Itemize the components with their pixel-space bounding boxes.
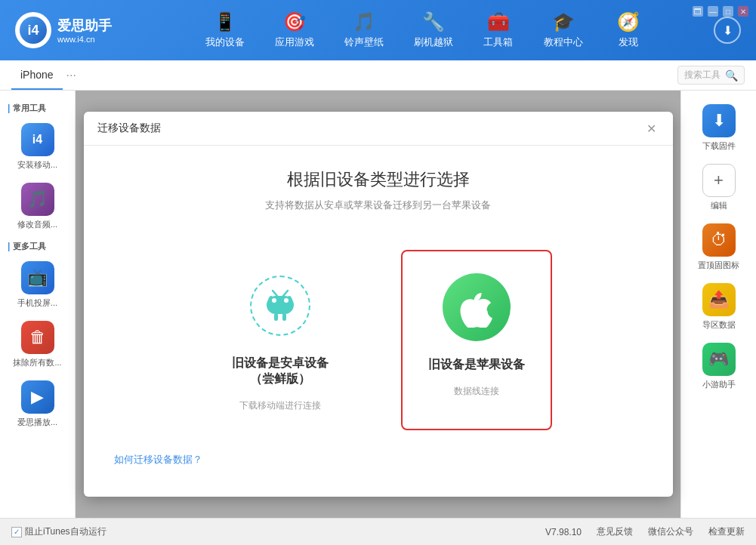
logo-text: 爱思助手 www.i4.cn	[57, 17, 112, 44]
apple-option-desc: 数据线连接	[454, 385, 499, 398]
svg-point-3	[272, 298, 276, 303]
itunes-checkbox[interactable]: ✓	[11, 527, 22, 537]
sidebar-item-mini-game[interactable]: 🎮 小游助手	[681, 337, 756, 396]
nav-my-device[interactable]: 📱 我的设备	[190, 5, 260, 55]
modal-heading: 根据旧设备类型进行选择	[287, 168, 470, 191]
install-app-icon: i4	[21, 123, 54, 156]
android-icon-wrap	[242, 268, 318, 343]
center-content: 迁移设备数据 ✕ 根据旧设备类型进行选择 支持将数据从安卓或苹果设备迁移到另一台…	[76, 91, 680, 518]
svg-rect-5	[274, 313, 278, 321]
sidebar-item-screen-mirror[interactable]: 📺 手机投屏...	[0, 255, 75, 315]
toolbox-icon: 🧰	[487, 11, 510, 32]
nav-discover[interactable]: 🧭 发现	[598, 5, 659, 55]
itunes-label: 阻止iTunes自动运行	[25, 525, 106, 538]
nav-ringtones[interactable]: 🎵 铃声壁纸	[329, 5, 399, 55]
left-sidebar: | 常用工具 i4 安装移动... 🎵 修改音频... | 更多工具 📺 手机投…	[0, 91, 76, 518]
window-controls: 🗖 — □ ✕	[693, 6, 748, 17]
win-maximize[interactable]: □	[723, 6, 733, 17]
modify-audio-icon: 🎵	[21, 183, 54, 216]
erase-data-icon: 🗑	[21, 321, 54, 354]
win-minimize[interactable]: —	[708, 6, 718, 17]
mini-game-icon: 🎮	[702, 343, 736, 376]
svg-rect-6	[282, 313, 286, 321]
main-area: | 常用工具 i4 安装移动... 🎵 修改音频... | 更多工具 📺 手机投…	[0, 91, 756, 518]
options-row: 旧设备是安卓设备（尝鲜版） 下载移动端进行连接	[205, 250, 552, 430]
modal-close-button[interactable]: ✕	[644, 121, 659, 136]
play-app-icon: ▶	[21, 380, 54, 414]
sub-header: iPhone ··· 搜索工具 🔍	[0, 60, 756, 91]
search-box[interactable]: 搜索工具 🔍	[677, 66, 745, 85]
download-firmware-icon: ⬇	[702, 104, 736, 137]
logo-icon: i4	[15, 12, 51, 48]
modal-header: 迁移设备数据 ✕	[84, 112, 673, 146]
nav-items: 📱 我的设备 🎯 应用游戏 🎵 铃声壁纸 🔧 刷机越狱 🧰 工具箱 🎓 教程中心…	[134, 5, 714, 55]
sidebar-item-erase-data[interactable]: 🗑 抹除所有数...	[0, 315, 75, 374]
modal-overlay: 迁移设备数据 ✕ 根据旧设备类型进行选择 支持将数据从安卓或苹果设备迁移到另一台…	[76, 91, 680, 518]
nav-tutorial[interactable]: 🎓 教程中心	[529, 5, 598, 55]
nav-jailbreak[interactable]: 🔧 刷机越狱	[399, 5, 468, 55]
logo-area: i4 爱思助手 www.i4.cn	[15, 12, 112, 48]
tutorial-icon: 🎓	[552, 11, 575, 32]
android-option-title: 旧设备是安卓设备（尝鲜版）	[223, 356, 338, 387]
discover-icon: 🧭	[617, 11, 640, 32]
edit-icon: +	[702, 164, 736, 197]
right-sidebar: ⬇ 下载固件 + 编辑 ⏱ 置顶固图标 📤 导区数据 🎮 小游助手	[680, 91, 756, 518]
clock-top-icon: ⏱	[702, 223, 736, 257]
sidebar-item-play-app[interactable]: ▶ 爱思播放...	[0, 374, 75, 434]
svg-point-4	[284, 298, 289, 303]
svg-line-8	[283, 291, 288, 296]
sidebar-item-download-firmware[interactable]: ⬇ 下载固件	[681, 98, 756, 158]
search-icon: 🔍	[725, 69, 738, 82]
sidebar-item-clock-top[interactable]: ⏱ 置顶固图标	[681, 217, 756, 277]
more-tools-label: | 更多工具	[0, 236, 75, 255]
itunes-checkbox-item: ✓ 阻止iTunes自动运行	[11, 525, 106, 538]
sidebar-item-modify-audio[interactable]: 🎵 修改音频...	[0, 177, 75, 236]
android-icon	[250, 276, 310, 336]
modal-title: 迁移设备数据	[97, 122, 161, 135]
sidebar-item-edit[interactable]: + 编辑	[681, 158, 756, 217]
apple-icon-wrap	[439, 269, 514, 345]
common-tools-label: | 常用工具	[0, 98, 75, 117]
apple-icon	[443, 273, 511, 341]
modal-subtitle: 支持将数据从安卓或苹果设备迁移到另一台苹果设备	[265, 199, 491, 212]
migrate-modal: 迁移设备数据 ✕ 根据旧设备类型进行选择 支持将数据从安卓或苹果设备迁移到另一台…	[84, 112, 673, 497]
apple-option-title: 旧设备是苹果设备	[428, 357, 525, 373]
win-restore[interactable]: 🗖	[693, 6, 703, 17]
nav-toolbox[interactable]: 🧰 工具箱	[468, 5, 529, 55]
apps-icon: 🎯	[283, 11, 306, 32]
top-bar: 🗖 — □ ✕ i4 爱思助手 www.i4.cn 📱 我的设备 🎯 应用游戏 …	[0, 0, 756, 60]
svg-line-7	[273, 291, 277, 296]
nav-right: ⬇	[714, 17, 741, 44]
device-tab-iphone[interactable]: iPhone	[11, 60, 63, 90]
export-data-icon: 📤	[702, 283, 736, 316]
android-option-card[interactable]: 旧设备是安卓设备（尝鲜版） 下载移动端进行连接	[205, 250, 356, 430]
modal-body: 根据旧设备类型进行选择 支持将数据从安卓或苹果设备迁移到另一台苹果设备	[84, 146, 673, 497]
screen-mirror-icon: 📺	[21, 261, 54, 294]
check-update-link[interactable]: 检查更新	[708, 525, 745, 538]
jailbreak-icon: 🔧	[422, 11, 445, 32]
win-close[interactable]: ✕	[738, 6, 748, 17]
apple-option-card[interactable]: 旧设备是苹果设备 数据线连接	[401, 250, 552, 430]
bottom-links: 意见反馈 微信公众号 检查更新	[597, 525, 745, 538]
version-number: V7.98.10	[545, 527, 582, 537]
android-option-desc: 下载移动端进行连接	[239, 399, 321, 412]
migrate-help-link[interactable]: 如何迁移设备数据？	[114, 453, 202, 466]
svg-rect-2	[267, 296, 294, 314]
feedback-link[interactable]: 意见反馈	[597, 525, 633, 538]
nav-apps[interactable]: 🎯 应用游戏	[260, 5, 329, 55]
wechat-link[interactable]: 微信公众号	[648, 525, 693, 538]
more-button[interactable]: ···	[66, 69, 76, 82]
sidebar-item-export-data[interactable]: 📤 导区数据	[681, 277, 756, 337]
sidebar-item-install-app[interactable]: i4 安装移动...	[0, 117, 75, 177]
ringtones-icon: 🎵	[353, 11, 375, 32]
my-device-icon: 📱	[214, 11, 236, 32]
download-button[interactable]: ⬇	[714, 17, 741, 44]
bottom-bar: ✓ 阻止iTunes自动运行 V7.98.10 意见反馈 微信公众号 检查更新	[0, 518, 756, 545]
